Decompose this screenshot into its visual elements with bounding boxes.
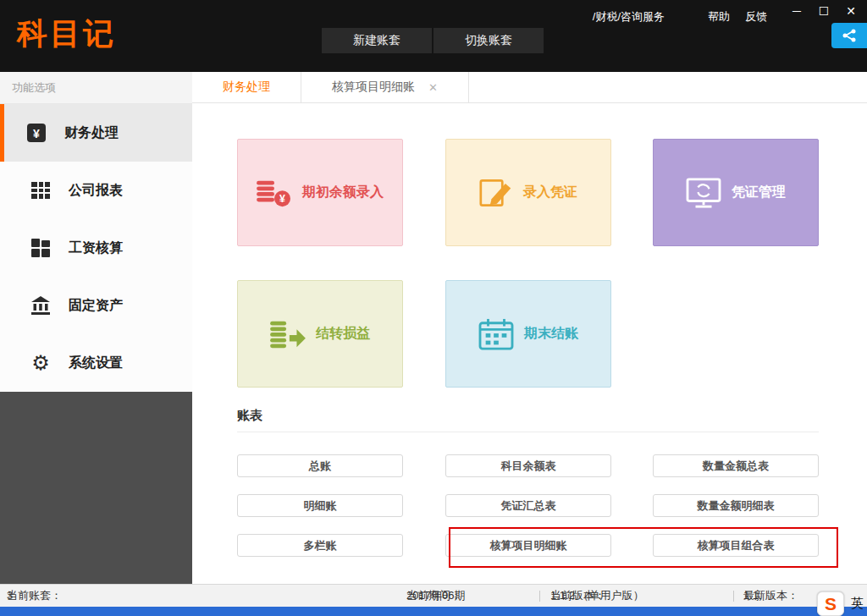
sidebar-section-label: 功能选项 [0,72,192,104]
help-link[interactable]: 帮助 [708,9,730,25]
status-bar: 当前账套： 3 当前期间： 2017年06期 当前版本： 1.1.2 （单用户版… [0,584,867,607]
tab-finance[interactable]: 财务处理 [192,72,301,102]
tax-consulting-service-link[interactable]: /财税/咨询服务 [593,9,665,25]
tile-label: 期末结账 [524,325,578,343]
sidebar-item-company-reports[interactable]: 公司报表 [0,162,192,219]
sidebar-item-label: 固定资产 [69,297,123,315]
report-button-detail-ledger[interactable]: 明细账 [237,494,403,517]
current-version-value: 1.1.2 （单用户版） [550,585,644,607]
payroll-blocks-icon [30,238,52,258]
tile-label: 录入凭证 [523,184,577,201]
report-button-qty-amount-summary[interactable]: 数量金额总表 [653,454,819,477]
tile-label: 结转损益 [316,325,370,343]
report-table-icon [30,180,52,201]
tile-opening-balance[interactable]: ¥ 期初余额录入 [237,139,403,246]
sidebar-item-fixed-assets[interactable]: 固定资产 [0,277,192,334]
share-icon[interactable] [831,23,867,48]
yen-badge-icon: ¥ [25,123,47,143]
current-period-value: 2017年06期 [406,585,465,607]
calendar-icon [478,318,514,350]
tab-bar: 财务处理 核算项目明细账 ✕ [192,72,867,103]
latest-version-value: 1.1. [743,585,762,607]
status-divider [733,591,734,602]
sidebar-item-label: 财务处理 [64,124,119,142]
sidebar-item-finance[interactable]: ¥ 财务处理 [0,104,192,162]
app-window: 科目记 新建账套 切换账套 /财税/咨询服务 帮助 反馈 ─ ☐ ✕ 功能选项 [0,0,867,616]
ime-widget: S 英 [817,591,865,616]
svg-text:¥: ¥ [279,192,285,204]
tile-voucher-management[interactable]: 凭证管理 [653,139,819,246]
report-button-voucher-summary[interactable]: 凭证汇总表 [445,494,611,517]
report-button-aux-item-combination[interactable]: 核算项目组合表 [653,534,819,557]
main-content: ¥ 期初余额录入 录入凭证 凭证管理 [192,103,867,584]
pencil-icon [479,177,513,209]
monitor-icon [686,177,721,209]
report-button-account-balance[interactable]: 科目余额表 [445,454,611,477]
sogou-ime-icon[interactable]: S [817,591,844,616]
account-set-actions: 新建账套 切换账套 [322,28,544,53]
sidebar-item-payroll[interactable]: 工资核算 [0,219,192,277]
sidebar-item-label: 系统设置 [69,355,123,372]
sidebar-item-settings[interactable]: ⚙ 系统设置 [0,334,192,392]
current-account-set-label: 当前账套： [7,585,62,607]
close-icon[interactable]: ✕ [843,4,859,18]
feedback-link[interactable]: 反馈 [745,9,767,25]
report-button-multi-column-ledger[interactable]: 多栏账 [237,534,403,557]
report-button-qty-amount-detail[interactable]: 数量金额明细表 [653,494,819,517]
app-logo: 科目记 [17,14,116,55]
tab-aux-item-detail-ledger[interactable]: 核算项目明细账 ✕ [301,72,469,102]
status-divider [539,591,540,602]
sidebar-item-label: 工资核算 [69,239,123,257]
new-account-set-button[interactable]: 新建账套 [322,28,432,53]
tab-close-icon[interactable]: ✕ [428,81,438,94]
maximize-icon[interactable]: ☐ [816,4,831,18]
tab-label: 财务处理 [223,80,270,95]
minimize-icon[interactable]: ─ [789,4,804,18]
coins-icon: ¥ [257,177,292,209]
bank-icon [30,295,52,316]
report-button-aux-item-detail[interactable]: 核算项目明细账 [445,534,611,557]
coins-arrow-icon [270,318,306,350]
tile-profit-carryover[interactable]: 结转损益 [237,280,403,388]
svg-text:¥: ¥ [33,127,40,140]
tab-label: 核算项目明细账 [332,80,415,95]
section-divider [237,432,819,432]
ime-mode-indicator[interactable]: 英 [851,596,864,612]
reports-section-title: 账表 [237,408,262,424]
window-controls: ─ ☐ ✕ [789,4,859,18]
tile-period-closing[interactable]: 期末结账 [445,280,611,388]
gear-icon: ⚙ [30,353,52,373]
tile-voucher-entry[interactable]: 录入凭证 [445,139,611,246]
taskbar-edge [0,607,867,616]
report-button-general-ledger[interactable]: 总账 [237,454,403,477]
sidebar-item-label: 公司报表 [69,182,123,200]
sogou-s-logo: S [825,595,837,613]
switch-account-set-button[interactable]: 切换账套 [434,28,544,53]
sidebar: 功能选项 ¥ 财务处理 公司报表 [0,72,192,584]
tile-label: 期初余额录入 [302,184,384,201]
title-bar: 科目记 新建账套 切换账套 /财税/咨询服务 帮助 反馈 ─ ☐ ✕ [0,0,867,72]
tile-label: 凭证管理 [732,184,786,201]
current-account-set-value: 3 [7,585,13,607]
